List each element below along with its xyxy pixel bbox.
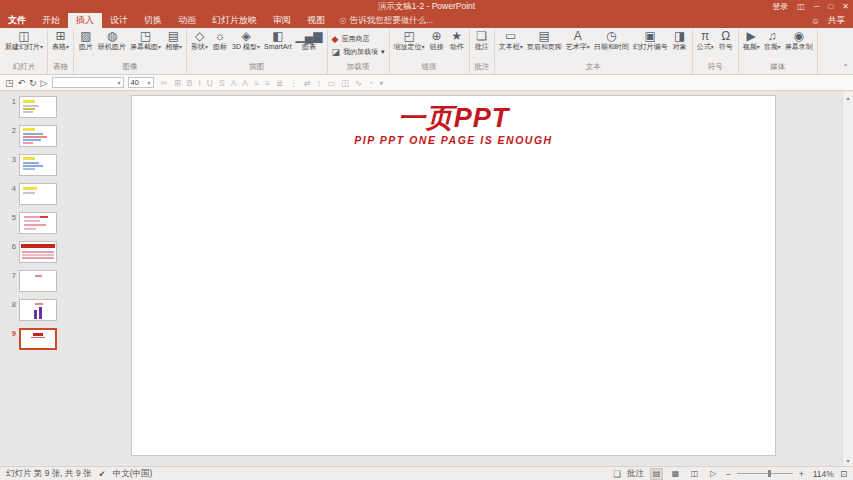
slide-thumbnail-9-selected[interactable]: [19, 328, 57, 350]
slide-title-text[interactable]: 一页PPT: [132, 103, 775, 133]
ribbon-button[interactable]: ▭ 文本框▾: [497, 29, 525, 52]
comments-icon[interactable]: ❏: [613, 469, 621, 479]
ribbon-button[interactable]: ◳ 屏幕截图▾: [128, 29, 163, 52]
zoom-slider-thumb[interactable]: [768, 470, 771, 477]
tab-view[interactable]: 视图: [299, 13, 333, 28]
slide-thumbnail-2[interactable]: [19, 125, 57, 147]
ribbon-button[interactable]: ▤ 相册▾: [163, 29, 184, 52]
ribbon-button[interactable]: ◇ 形状▾: [189, 29, 210, 52]
ribbon-button[interactable]: ◈ 3D 模型▾: [230, 29, 262, 52]
comment-button[interactable]: ❏ 批注: [472, 29, 492, 52]
ribbon-button[interactable]: ♫ 音频▾: [762, 29, 783, 52]
store-button[interactable]: ◆ 应用商店: [332, 34, 385, 44]
tell-me-box[interactable]: ☉ 告诉我您想要做什么...: [333, 13, 439, 28]
format-icon[interactable]: ◔: [368, 78, 373, 88]
format-icon[interactable]: ◫: [341, 78, 349, 88]
slide-thumbnail-4[interactable]: [19, 183, 57, 205]
undo-icon[interactable]: ↶: [18, 78, 26, 88]
view-slideshow-button[interactable]: ▷: [707, 468, 720, 480]
new-slide-button[interactable]: ◫ 新建幻灯片▾: [3, 29, 45, 52]
ribbon-button[interactable]: A 艺术字▾: [564, 29, 592, 52]
ribbon-button[interactable]: ▣ 幻灯片编号: [631, 29, 670, 52]
ribbon-button[interactable]: ▤ 页眉和页脚: [525, 29, 564, 52]
collapse-ribbon-icon[interactable]: ⌃: [842, 63, 849, 72]
zoom-in-button[interactable]: +: [799, 469, 804, 479]
feedback-smiley-icon[interactable]: ☺: [811, 16, 820, 26]
tab-slideshow[interactable]: 幻灯片放映: [204, 13, 265, 28]
tab-file[interactable]: 文件: [0, 13, 34, 28]
format-icon[interactable]: S: [219, 78, 225, 88]
format-icon[interactable]: A: [242, 78, 248, 88]
slide-thumbnail-1[interactable]: [19, 96, 57, 118]
save-icon[interactable]: ◳: [5, 78, 14, 88]
format-icon[interactable]: ≡: [254, 78, 259, 88]
slide-thumbnail-3[interactable]: [19, 154, 57, 176]
spellcheck-icon[interactable]: ✔: [99, 469, 106, 479]
my-addins-button[interactable]: ◪ 我的加载项 ▾: [332, 47, 385, 57]
ribbon-button[interactable]: ★ 动作: [447, 29, 467, 52]
maximize-button[interactable]: □: [828, 2, 833, 11]
ribbon-button[interactable]: ▁▄▆ 图表: [294, 29, 325, 52]
minimize-button[interactable]: ─: [814, 2, 820, 11]
format-icon[interactable]: ≡: [265, 78, 270, 88]
tab-home[interactable]: 开始: [34, 13, 68, 28]
format-icon[interactable]: B: [187, 78, 193, 88]
format-icon[interactable]: A: [231, 78, 237, 88]
ribbon-button[interactable]: ◧ SmartArt: [262, 29, 294, 52]
ribbon-button[interactable]: ◉ 屏幕录制: [783, 29, 815, 52]
slide-canvas[interactable]: 一页PPT PIP PPT ONE PAGE IS ENOUGH: [131, 95, 776, 456]
ribbon-button[interactable]: ☼ 图标: [210, 29, 230, 52]
format-icon[interactable]: ▾: [379, 78, 383, 88]
ribbon-button[interactable]: ▶ 视频▾: [741, 29, 762, 52]
zoom-level[interactable]: 114%: [810, 469, 834, 479]
slide-thumbnail-8[interactable]: [19, 299, 57, 321]
view-slide-sorter-button[interactable]: ▦: [669, 468, 682, 480]
tab-animations[interactable]: 动画: [170, 13, 204, 28]
redo-icon[interactable]: ↻: [29, 78, 37, 88]
tab-insert[interactable]: 插入: [68, 13, 102, 28]
language-indicator[interactable]: 中文(中国): [113, 468, 153, 480]
format-icon[interactable]: U: [207, 78, 213, 88]
format-icon[interactable]: ≣: [276, 78, 283, 88]
vertical-scrollbar[interactable]: ▴ ▾: [842, 92, 853, 466]
ribbon-button[interactable]: π 公式▾: [695, 29, 716, 52]
font-size-combobox[interactable]: 40 ▾: [128, 77, 154, 88]
format-icon[interactable]: ✂: [161, 78, 168, 88]
format-icon[interactable]: ⊞: [174, 78, 181, 88]
tab-review[interactable]: 审阅: [265, 13, 299, 28]
ribbon-button[interactable]: ◍ 联机图片: [96, 29, 128, 52]
close-button[interactable]: ✕: [842, 2, 849, 11]
slide-subtitle-text[interactable]: PIP PPT ONE PAGE IS ENOUGH: [132, 134, 775, 146]
font-name-combobox[interactable]: ▾: [52, 77, 124, 88]
slide-thumbnail-7[interactable]: [19, 270, 57, 292]
tab-design[interactable]: 设计: [102, 13, 136, 28]
view-normal-button[interactable]: ▤: [650, 468, 663, 480]
ribbon-button[interactable]: ◷ 日期和时间: [592, 29, 631, 52]
format-icon[interactable]: I: [198, 78, 200, 88]
slide-thumbnail-6[interactable]: [19, 241, 57, 263]
slide-thumbnail-5[interactable]: [19, 212, 57, 234]
share-button[interactable]: 共享: [828, 15, 845, 27]
comments-toggle[interactable]: 批注: [627, 468, 644, 480]
zoom-slider[interactable]: [737, 473, 793, 474]
start-slideshow-icon[interactable]: ▷: [41, 78, 48, 88]
format-icon[interactable]: ⇄: [304, 78, 311, 88]
ribbon-button[interactable]: ▨ 图片: [76, 29, 96, 52]
fit-to-window-icon[interactable]: ⊡: [840, 469, 847, 479]
sign-in-button[interactable]: 登录: [772, 1, 788, 12]
format-icon[interactable]: ↕: [317, 78, 321, 88]
view-reading-button[interactable]: ◫: [688, 468, 701, 480]
ribbon-button[interactable]: ⊕ 链接: [427, 29, 447, 52]
ribbon-button[interactable]: ◰ 缩放定位▾: [392, 29, 427, 52]
scroll-up-icon[interactable]: ▴: [846, 94, 849, 101]
ribbon-display-options-icon[interactable]: ◫: [797, 2, 805, 11]
format-icon[interactable]: ⋮: [289, 78, 298, 88]
format-icon[interactable]: ∿: [355, 78, 362, 88]
ribbon-button[interactable]: Ω 符号: [716, 29, 736, 52]
format-icon[interactable]: ▭: [327, 78, 335, 88]
ribbon-button[interactable]: ◨ 对象: [670, 29, 690, 52]
zoom-out-button[interactable]: −: [726, 469, 731, 479]
scroll-down-icon[interactable]: ▾: [846, 457, 849, 464]
table-button[interactable]: ⊞ 表格▾: [50, 29, 71, 52]
tab-transitions[interactable]: 切换: [136, 13, 170, 28]
